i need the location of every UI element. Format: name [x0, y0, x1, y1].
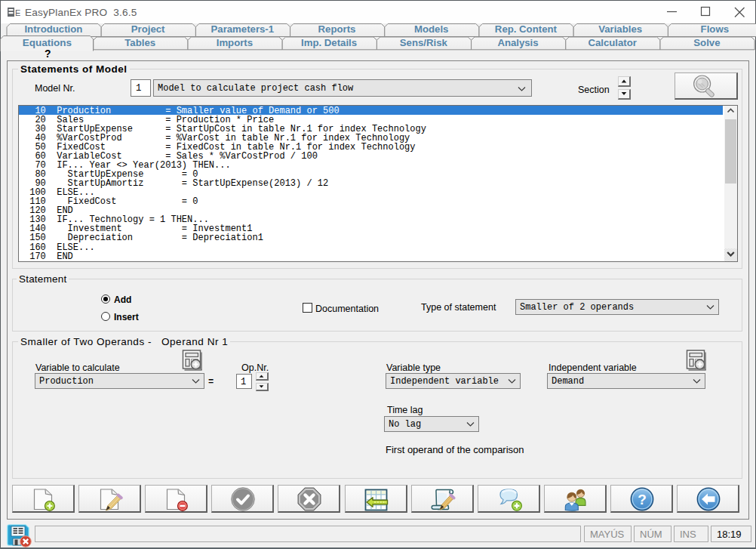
- svg-text:Variables: Variables: [598, 23, 642, 35]
- svg-text:Calculator: Calculator: [588, 37, 637, 48]
- svg-text:Project: Project: [131, 23, 165, 35]
- svg-text:Tables: Tables: [124, 37, 155, 48]
- svg-text:Parameters-1: Parameters-1: [211, 23, 275, 35]
- svg-text:Introduction: Introduction: [24, 23, 82, 35]
- svg-text:Imp. Details: Imp. Details: [301, 37, 357, 48]
- svg-text:Models: Models: [414, 23, 448, 35]
- svg-text:Reports: Reports: [318, 23, 356, 35]
- svg-text:Equations: Equations: [23, 37, 72, 48]
- svg-text:Imports: Imports: [217, 37, 253, 48]
- svg-text:Solve: Solve: [693, 37, 720, 48]
- svg-text:Flows: Flows: [701, 23, 729, 35]
- svg-text:Rep. Content: Rep. Content: [495, 23, 558, 35]
- svg-text:Sens/Risk: Sens/Risk: [400, 37, 448, 48]
- svg-text:Analysis: Analysis: [497, 37, 538, 48]
- svg-text:?: ?: [638, 492, 647, 507]
